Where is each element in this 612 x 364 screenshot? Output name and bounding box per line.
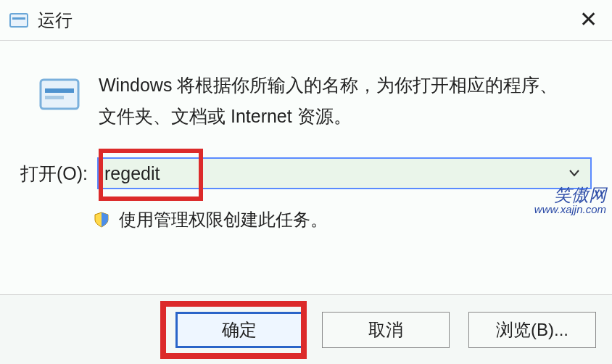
svg-rect-1: [12, 17, 25, 20]
message-row: Windows 将根据你所输入的名称，为你打开相应的程序、文件夹、文档或 Int…: [20, 70, 592, 131]
admin-row: 使用管理权限创建此任务。: [20, 208, 592, 231]
run-app-icon: [38, 75, 81, 116]
cancel-button[interactable]: 取消: [322, 312, 450, 348]
open-label: 打开(O):: [20, 162, 93, 186]
svg-rect-0: [10, 14, 28, 27]
footer: 确定 取消 浏览(B)...: [0, 294, 612, 364]
close-button[interactable]: ✕: [579, 9, 597, 30]
svg-rect-3: [45, 88, 74, 93]
open-input[interactable]: [99, 159, 561, 188]
window-title: 运行: [38, 9, 73, 32]
open-combobox[interactable]: [97, 157, 592, 189]
chevron-down-icon[interactable]: [561, 159, 587, 188]
svg-rect-2: [41, 80, 78, 109]
open-row: 打开(O):: [20, 157, 592, 189]
run-title-icon: [9, 12, 29, 29]
run-dialog: 运行 ✕ Windows 将根据你所输入的名称，为你打开相应的程序、文件夹、文档…: [0, 0, 612, 364]
message-text: Windows 将根据你所输入的名称，为你打开相应的程序、文件夹、文档或 Int…: [99, 70, 563, 131]
browse-button[interactable]: 浏览(B)...: [468, 312, 596, 348]
ok-button[interactable]: 确定: [175, 312, 303, 348]
titlebar: 运行 ✕: [0, 0, 612, 41]
admin-note: 使用管理权限创建此任务。: [119, 208, 328, 231]
shield-icon: [93, 211, 110, 228]
svg-rect-4: [45, 96, 64, 99]
dialog-body: Windows 将根据你所输入的名称，为你打开相应的程序、文件夹、文档或 Int…: [0, 41, 612, 287]
